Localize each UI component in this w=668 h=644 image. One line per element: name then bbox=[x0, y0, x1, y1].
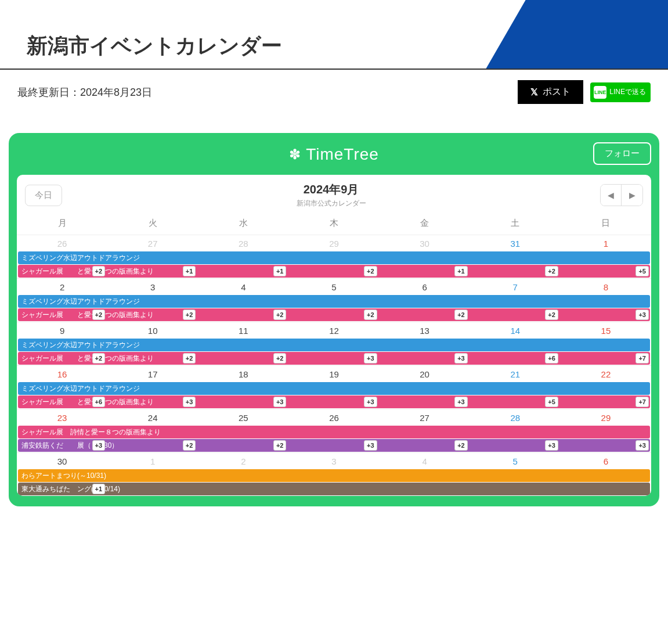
day-cell[interactable]: 18 bbox=[198, 368, 288, 380]
more-badge[interactable]: +2 bbox=[364, 310, 377, 320]
day-cell[interactable]: 13 bbox=[380, 325, 470, 337]
more-badge[interactable]: +2 bbox=[545, 310, 558, 320]
day-cell[interactable]: 30 bbox=[380, 238, 470, 250]
badge-cell: +1 bbox=[380, 265, 470, 278]
day-cell[interactable]: 19 bbox=[288, 368, 379, 380]
day-cell[interactable]: 17 bbox=[107, 368, 198, 380]
day-cell[interactable]: 27 bbox=[107, 238, 198, 250]
more-badge[interactable]: +2 bbox=[183, 310, 196, 320]
more-badge[interactable]: +2 bbox=[183, 440, 196, 451]
badge-grid: +3+2+2+3+2+3+3 bbox=[17, 439, 651, 452]
more-badge[interactable]: +1 bbox=[454, 266, 468, 276]
more-badge[interactable]: +3 bbox=[635, 440, 649, 451]
day-cell[interactable]: 8 bbox=[561, 281, 651, 293]
day-cell[interactable]: 28 bbox=[470, 412, 561, 424]
next-month-button[interactable]: ▶ bbox=[622, 185, 642, 206]
more-badge[interactable]: +6 bbox=[92, 397, 106, 407]
day-cell[interactable]: 11 bbox=[198, 325, 288, 337]
more-badge[interactable]: +2 bbox=[183, 353, 196, 364]
event-bar-row: ミズベリング水辺アウトドアラウンジ bbox=[17, 339, 651, 351]
more-badge[interactable]: +2 bbox=[454, 440, 468, 451]
day-cell[interactable]: 4 bbox=[380, 455, 470, 467]
day-cell[interactable]: 3 bbox=[107, 281, 198, 293]
day-cell[interactable]: 5 bbox=[470, 455, 561, 467]
badge-cell bbox=[561, 483, 651, 495]
day-cell[interactable]: 15 bbox=[561, 325, 651, 337]
prev-month-button[interactable]: ◀ bbox=[601, 185, 622, 206]
day-cell[interactable]: 28 bbox=[198, 238, 288, 250]
more-badge[interactable]: +2 bbox=[273, 440, 287, 451]
day-cell[interactable]: 2 bbox=[198, 455, 288, 467]
day-cell[interactable]: 6 bbox=[561, 455, 651, 467]
day-cell[interactable]: 21 bbox=[470, 368, 561, 380]
more-badge[interactable]: +3 bbox=[454, 353, 468, 364]
badge-cell: +3 bbox=[380, 395, 470, 408]
weekday-label: 月 bbox=[17, 218, 107, 229]
day-cell[interactable]: 29 bbox=[561, 412, 651, 424]
more-badge[interactable]: +2 bbox=[92, 310, 106, 320]
day-cell[interactable]: 26 bbox=[17, 238, 107, 250]
more-badge[interactable]: +2 bbox=[454, 310, 468, 320]
event-bar[interactable]: ミズベリング水辺アウトドアラウンジ bbox=[18, 382, 650, 395]
event-bar[interactable]: シャガール展 詩情と愛ー８つの版画集より bbox=[18, 426, 650, 438]
more-badge[interactable]: +5 bbox=[635, 266, 649, 276]
more-badge[interactable]: +2 bbox=[545, 266, 558, 276]
x-post-button[interactable]: 𝕏 ポスト bbox=[518, 80, 583, 104]
more-badge[interactable]: +3 bbox=[364, 353, 377, 364]
more-badge[interactable]: +3 bbox=[545, 440, 558, 451]
more-badge[interactable]: +3 bbox=[364, 397, 377, 407]
day-cell[interactable]: 16 bbox=[17, 368, 107, 380]
day-cell[interactable]: 10 bbox=[107, 325, 198, 337]
day-cell[interactable]: 22 bbox=[561, 368, 651, 380]
more-badge[interactable]: +7 bbox=[635, 353, 649, 364]
day-cell[interactable]: 31 bbox=[470, 238, 561, 250]
event-bar[interactable]: ミズベリング水辺アウトドアラウンジ bbox=[18, 339, 650, 351]
event-bar[interactable]: わらアートまつり(～10/31) bbox=[18, 469, 650, 482]
more-badge[interactable]: +3 bbox=[635, 310, 649, 320]
more-badge[interactable]: +2 bbox=[364, 266, 377, 276]
more-badge[interactable]: +1 bbox=[92, 484, 106, 494]
day-cell[interactable]: 24 bbox=[107, 412, 198, 424]
more-badge[interactable]: +3 bbox=[364, 440, 377, 451]
more-badge[interactable]: +1 bbox=[183, 266, 196, 276]
day-cell[interactable]: 2 bbox=[17, 281, 107, 293]
day-cell[interactable]: 25 bbox=[198, 412, 288, 424]
follow-button[interactable]: フォロー bbox=[593, 142, 651, 165]
day-cell[interactable]: 14 bbox=[470, 325, 561, 337]
more-badge[interactable]: +5 bbox=[545, 397, 558, 407]
day-row: 9101112131415 bbox=[17, 322, 651, 338]
day-cell[interactable]: 7 bbox=[470, 281, 561, 293]
more-badge[interactable]: +6 bbox=[545, 353, 558, 364]
day-cell[interactable]: 4 bbox=[198, 281, 288, 293]
day-cell[interactable]: 30 bbox=[17, 455, 107, 467]
more-badge[interactable]: +2 bbox=[92, 266, 106, 276]
more-badge[interactable]: +7 bbox=[635, 397, 649, 407]
day-cell[interactable]: 26 bbox=[288, 412, 379, 424]
more-badge[interactable]: +2 bbox=[92, 353, 106, 364]
timetree-logo: ✽ TimeTree bbox=[289, 145, 379, 164]
day-cell[interactable]: 6 bbox=[380, 281, 470, 293]
day-cell[interactable]: 27 bbox=[380, 412, 470, 424]
more-badge[interactable]: +3 bbox=[183, 397, 196, 407]
more-badge[interactable]: +2 bbox=[273, 310, 287, 320]
today-button[interactable]: 今日 bbox=[25, 185, 62, 206]
day-cell[interactable]: 29 bbox=[288, 238, 379, 250]
day-cell[interactable]: 5 bbox=[288, 281, 379, 293]
badge-cell: +1 bbox=[17, 483, 107, 495]
day-cell[interactable]: 1 bbox=[561, 238, 651, 250]
day-cell[interactable]: 1 bbox=[107, 455, 198, 467]
day-cell[interactable]: 12 bbox=[288, 325, 379, 337]
more-badge[interactable]: +3 bbox=[454, 397, 468, 407]
day-cell[interactable]: 20 bbox=[380, 368, 470, 380]
day-cell[interactable]: 9 bbox=[17, 325, 107, 337]
day-cell[interactable]: 3 bbox=[288, 455, 379, 467]
x-post-label: ポスト bbox=[543, 86, 570, 98]
event-bar[interactable]: ミズベリング水辺アウトドアラウンジ bbox=[18, 251, 650, 264]
line-share-button[interactable]: LINE LINEで送る bbox=[590, 82, 651, 102]
day-cell[interactable]: 23 bbox=[17, 412, 107, 424]
more-badge[interactable]: +3 bbox=[92, 440, 106, 451]
more-badge[interactable]: +1 bbox=[273, 266, 287, 276]
event-bar[interactable]: ミズベリング水辺アウトドアラウンジ bbox=[18, 295, 650, 308]
more-badge[interactable]: +2 bbox=[273, 353, 287, 364]
more-badge[interactable]: +3 bbox=[273, 397, 287, 407]
